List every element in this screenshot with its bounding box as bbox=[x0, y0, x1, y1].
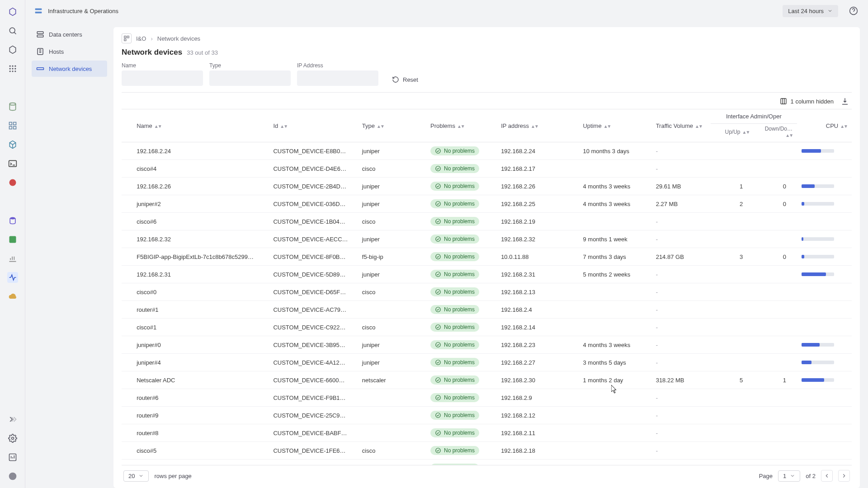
content-card: I&O › Network devices Network devices 33… bbox=[113, 27, 860, 488]
brand-logo-icon[interactable] bbox=[7, 6, 18, 17]
svg-point-49 bbox=[436, 431, 441, 436]
page-size-select[interactable]: 20 bbox=[123, 470, 149, 482]
table-row[interactable]: cisco#6 CUSTOM_DEVICE-1B04… cisco No pro… bbox=[122, 213, 852, 230]
col-iface-upup[interactable]: Up/Up▲▼ bbox=[711, 124, 754, 142]
cell-uptime bbox=[578, 424, 651, 442]
check-circle-icon bbox=[435, 447, 441, 454]
col-id[interactable]: Id▲▼ bbox=[269, 109, 357, 142]
cell-upup: 2 bbox=[711, 195, 754, 213]
filter-ip-input[interactable] bbox=[297, 70, 378, 86]
apps-grid-icon[interactable] bbox=[7, 63, 18, 74]
cell-cpu bbox=[797, 142, 852, 160]
check-circle-icon bbox=[435, 324, 441, 330]
col-problems[interactable]: Problems▲▼ bbox=[426, 109, 496, 142]
devices-table: Name▲▼ Id▲▼ Type▲▼ Problems▲▼ IP address… bbox=[122, 109, 852, 465]
cell-ip: 192.168.2.24 bbox=[496, 142, 578, 160]
cell-down bbox=[754, 142, 797, 160]
col-uptime[interactable]: Uptime▲▼ bbox=[578, 109, 651, 142]
cell-id: CUSTOM_DEVICE-AC79… bbox=[269, 301, 357, 319]
reset-filters-button[interactable]: Reset bbox=[387, 73, 423, 86]
col-name[interactable]: Name▲▼ bbox=[132, 109, 269, 142]
help-button[interactable] bbox=[847, 5, 860, 17]
table-row[interactable]: router#8 CUSTOM_DEVICE-BABF… No problems… bbox=[122, 424, 852, 442]
table-row[interactable]: 192.168.2.32 CUSTOM_DEVICE-AECC… juniper… bbox=[122, 230, 852, 248]
analytics-icon[interactable] bbox=[7, 452, 18, 463]
svg-point-9 bbox=[14, 70, 16, 72]
cube-icon[interactable] bbox=[7, 139, 18, 150]
cell-traffic: 214.87 GB bbox=[651, 248, 711, 266]
prev-page-button[interactable] bbox=[821, 470, 833, 482]
expand-rail-icon[interactable] bbox=[7, 414, 18, 425]
cloud-icon[interactable] bbox=[7, 291, 18, 302]
table-row[interactable]: cisco#0 CUSTOM_DEVICE-D65F… cisco No pro… bbox=[122, 283, 852, 301]
table-row[interactable]: 192.168.2.26 CUSTOM_DEVICE-2B4D… juniper… bbox=[122, 178, 852, 195]
table-row[interactable]: cisco#4 CUSTOM_DEVICE-D4E6… cisco No pro… bbox=[122, 160, 852, 178]
filter-name-input[interactable] bbox=[122, 70, 203, 86]
cell-ip: 192.168.2.17 bbox=[496, 160, 578, 178]
col-type[interactable]: Type▲▼ bbox=[358, 109, 426, 142]
grid-icon[interactable] bbox=[7, 120, 18, 131]
col-ip[interactable]: IP address▲▼ bbox=[496, 109, 578, 142]
breadcrumb-current[interactable]: Network devices bbox=[157, 35, 200, 42]
col-traffic[interactable]: Traffic Volume▲▼ bbox=[651, 109, 711, 142]
table-row[interactable]: router#7 CUSTOM_DEVICE-CB1E… No problems… bbox=[122, 460, 852, 465]
table-row[interactable]: juniper#0 CUSTOM_DEVICE-3B95… juniper No… bbox=[122, 336, 852, 354]
search-icon[interactable] bbox=[7, 25, 18, 36]
status-badge: No problems bbox=[430, 340, 479, 349]
terminal-icon[interactable] bbox=[7, 158, 18, 169]
columns-hidden-button[interactable]: 1 column hidden bbox=[780, 98, 834, 105]
table-row[interactable]: juniper#4 CUSTOM_DEVICE-4A12… juniper No… bbox=[122, 354, 852, 371]
cell-type: juniper bbox=[358, 354, 426, 371]
status-badge: No problems bbox=[430, 182, 479, 191]
timeframe-label: Last 24 hours bbox=[788, 8, 824, 14]
cell-cpu bbox=[797, 319, 852, 336]
breadcrumb-menu-icon[interactable] bbox=[122, 33, 132, 43]
cell-name: cisco#4 bbox=[132, 160, 269, 178]
alert-icon[interactable] bbox=[7, 177, 18, 188]
table-row[interactable]: router#1 CUSTOM_DEVICE-AC79… No problems… bbox=[122, 301, 852, 319]
table-row[interactable]: cisco#1 CUSTOM_DEVICE-C922… cisco No pro… bbox=[122, 319, 852, 336]
breadcrumb-root[interactable]: I&O bbox=[136, 35, 146, 42]
chart-icon[interactable] bbox=[7, 253, 18, 264]
hexagon-icon[interactable] bbox=[7, 44, 18, 55]
page-number-select[interactable]: 1 bbox=[778, 470, 800, 482]
sidebar-item-hosts[interactable]: Hosts bbox=[32, 43, 107, 60]
gear-icon[interactable] bbox=[7, 433, 18, 444]
check-icon[interactable] bbox=[7, 234, 18, 245]
table-row[interactable]: F5BIGIP-app-BigipExtLb-7c1c8b678c5299… C… bbox=[122, 248, 852, 266]
table-footer: 20 rows per page Page 1 of 2 bbox=[122, 465, 852, 488]
col-iface-down[interactable]: Down/Do…▲▼ bbox=[754, 124, 797, 142]
col-cpu[interactable]: CPU▲▼ bbox=[797, 109, 852, 142]
svg-rect-22 bbox=[35, 9, 42, 10]
cell-name: cisco#1 bbox=[132, 319, 269, 336]
svg-point-6 bbox=[14, 68, 16, 69]
table-row[interactable]: router#6 CUSTOM_DEVICE-F9B1… No problems… bbox=[122, 389, 852, 407]
svg-rect-14 bbox=[13, 127, 16, 129]
database-2-icon[interactable] bbox=[7, 215, 18, 226]
table-container[interactable]: Name▲▼ Id▲▼ Type▲▼ Problems▲▼ IP address… bbox=[122, 109, 852, 465]
table-row[interactable]: juniper#2 CUSTOM_DEVICE-036D… juniper No… bbox=[122, 195, 852, 213]
user-avatar-icon[interactable] bbox=[7, 471, 18, 482]
svg-point-45 bbox=[436, 360, 441, 365]
table-row[interactable]: 192.168.2.31 CUSTOM_DEVICE-5D89… juniper… bbox=[122, 266, 852, 283]
table-row[interactable]: 192.168.2.24 CUSTOM_DEVICE-E8B0… juniper… bbox=[122, 142, 852, 160]
cell-type bbox=[358, 301, 426, 319]
cell-cpu bbox=[797, 371, 852, 389]
timeframe-selector[interactable]: Last 24 hours bbox=[783, 5, 838, 17]
cell-traffic: - bbox=[651, 354, 711, 371]
sidebar-item-datacenters[interactable]: Data centers bbox=[32, 26, 107, 42]
svg-point-42 bbox=[436, 307, 441, 312]
observe-icon[interactable] bbox=[7, 272, 18, 283]
svg-rect-18 bbox=[9, 236, 16, 243]
download-button[interactable] bbox=[841, 97, 849, 105]
cell-cpu bbox=[797, 336, 852, 354]
table-row[interactable]: cisco#5 CUSTOM_DEVICE-1FE6… cisco No pro… bbox=[122, 442, 852, 460]
database-icon[interactable] bbox=[7, 101, 18, 112]
table-row[interactable]: Netscaler ADC CUSTOM_DEVICE-6600… netsca… bbox=[122, 371, 852, 389]
chevron-down-icon bbox=[827, 8, 833, 14]
cell-problems: No problems bbox=[426, 230, 496, 248]
next-page-button[interactable] bbox=[838, 470, 850, 482]
sidebar-item-network-devices[interactable]: Network devices bbox=[32, 61, 107, 77]
table-row[interactable]: router#9 CUSTOM_DEVICE-25C9… No problems… bbox=[122, 407, 852, 424]
filter-type-input[interactable] bbox=[209, 70, 291, 86]
